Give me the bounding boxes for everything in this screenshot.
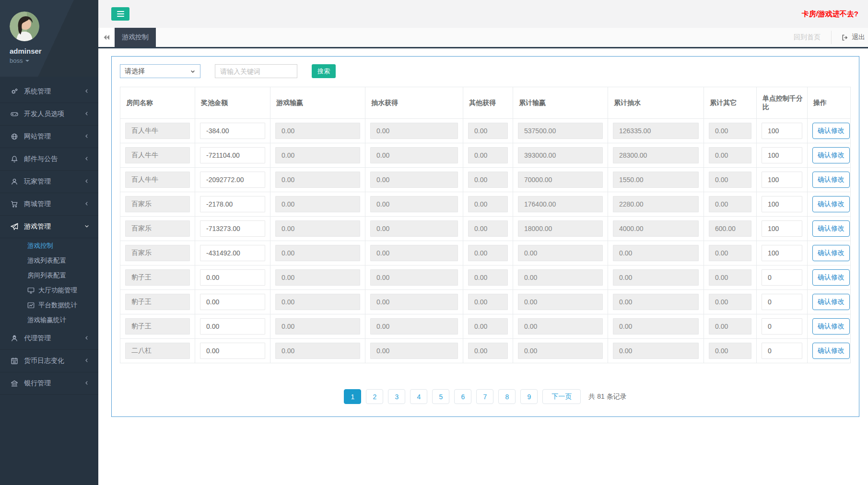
page-button-5[interactable]: 5	[432, 389, 449, 404]
other-gain-input	[468, 147, 508, 163]
page-button-2[interactable]: 2	[366, 389, 383, 404]
sidebar-subitem-game-list-config[interactable]: 游戏列表配置	[0, 253, 98, 268]
jackpot-input[interactable]	[200, 294, 265, 310]
confirm-edit-button[interactable]: 确认修改	[812, 220, 850, 237]
filter-select[interactable]: 请选择	[120, 64, 200, 78]
control-permille-input[interactable]	[762, 147, 802, 163]
confirm-edit-button[interactable]: 确认修改	[812, 294, 850, 310]
next-page-button[interactable]: 下一页	[542, 389, 581, 404]
page-button-9[interactable]: 9	[520, 389, 538, 404]
search-button[interactable]: 搜索	[312, 64, 336, 78]
chevron-left-icon	[84, 380, 90, 387]
globe-icon	[11, 133, 19, 141]
confirm-edit-button[interactable]: 确认修改	[812, 147, 850, 163]
sidebar-item-mall[interactable]: 商城管理	[0, 193, 98, 216]
total-other-input	[709, 245, 751, 261]
column-header: 累计抽水	[608, 87, 704, 119]
sidebar-item-bank[interactable]: 银行管理	[0, 372, 98, 395]
jackpot-input[interactable]	[200, 196, 265, 212]
table-row: 确认修改	[120, 290, 851, 314]
sidebar-subitem-label: 游戏列表配置	[27, 256, 66, 265]
total-pump-input	[613, 172, 699, 188]
logout-link[interactable]: 退出	[832, 28, 868, 47]
sidebar-submenu-games: 游戏控制游戏列表配置房间列表配置大厅功能管理平台数据统计游戏输赢统计	[0, 238, 98, 327]
control-permille-input[interactable]	[762, 172, 802, 188]
control-permille-input[interactable]	[762, 269, 802, 286]
sidebar-subitem-room-list-config[interactable]: 房间列表配置	[0, 268, 98, 283]
user-role-dropdown[interactable]: boss	[10, 57, 98, 64]
confirm-edit-button[interactable]: 确认修改	[812, 172, 850, 188]
menu-toggle-button[interactable]	[111, 7, 129, 21]
control-permille-input[interactable]	[762, 294, 802, 310]
avatar-image	[10, 12, 39, 41]
control-permille-input[interactable]	[762, 245, 802, 261]
page-button-8[interactable]: 8	[498, 389, 516, 404]
control-permille-input[interactable]	[762, 318, 802, 335]
table-row: 确认修改	[120, 314, 851, 339]
total-other-input	[709, 172, 751, 188]
jackpot-input[interactable]	[200, 269, 265, 286]
confirm-edit-button[interactable]: 确认修改	[812, 123, 850, 139]
total-winloss-input	[518, 294, 603, 310]
pump-gain-input	[370, 147, 458, 163]
pump-gain-input	[370, 245, 458, 261]
column-header: 房间名称	[120, 87, 195, 119]
avatar[interactable]	[10, 12, 39, 41]
table-header: 房间名称奖池金额游戏输赢抽水获得其他获得累计输赢累计抽水累计其它单点控制千分比操…	[120, 87, 851, 119]
page-button-6[interactable]: 6	[454, 389, 471, 404]
user-role-label: boss	[10, 57, 23, 64]
other-gain-input	[468, 318, 508, 335]
sidebar-item-dev-options[interactable]: 开发人员选项	[0, 103, 98, 126]
total-other-input	[709, 294, 751, 310]
jackpot-input[interactable]	[200, 318, 265, 335]
confirm-edit-button[interactable]: 确认修改	[812, 318, 850, 335]
jackpot-input[interactable]	[200, 123, 265, 139]
page-button-4[interactable]: 4	[410, 389, 427, 404]
page-button-7[interactable]: 7	[476, 389, 493, 404]
room-name-input	[125, 123, 190, 139]
tab-game-control[interactable]: 游戏控制	[115, 28, 156, 47]
tabs-scroll-left-button[interactable]	[98, 28, 115, 47]
sidebar-item-currency-log[interactable]: 货币日志变化	[0, 350, 98, 372]
chart-icon	[27, 301, 35, 309]
confirm-edit-button[interactable]: 确认修改	[812, 269, 850, 286]
control-permille-input[interactable]	[762, 220, 802, 237]
column-header: 游戏输赢	[270, 87, 365, 119]
sidebar-subitem-game-control[interactable]: 游戏控制	[0, 238, 98, 253]
control-permille-input[interactable]	[762, 343, 802, 359]
game-winloss-input	[275, 294, 360, 310]
room-name-input	[125, 220, 190, 237]
sidebar-item-agents[interactable]: 代理管理	[0, 327, 98, 350]
confirm-edit-button[interactable]: 确认修改	[812, 245, 850, 261]
jackpot-input[interactable]	[200, 343, 265, 359]
jackpot-input[interactable]	[200, 172, 265, 188]
game-winloss-input	[275, 172, 360, 188]
sidebar-subitem-platform-stats[interactable]: 平台数据统计	[0, 298, 98, 312]
game-winloss-input	[275, 343, 360, 359]
sidebar-item-mail-notice[interactable]: 邮件与公告	[0, 148, 98, 171]
page-button-3[interactable]: 3	[388, 389, 405, 404]
bank-icon	[11, 380, 19, 388]
home-link[interactable]: 回到首页	[783, 28, 831, 47]
sidebar-subitem-lobby-functions[interactable]: 大厅功能管理	[0, 283, 98, 298]
keyword-input[interactable]	[215, 64, 297, 78]
chevron-left-icon	[84, 335, 90, 342]
jackpot-input[interactable]	[200, 245, 265, 261]
chevron-left-icon	[84, 110, 90, 118]
control-permille-input[interactable]	[762, 123, 802, 139]
control-permille-input[interactable]	[762, 196, 802, 212]
confirm-edit-button[interactable]: 确认修改	[812, 343, 850, 359]
sidebar-subitem-label: 游戏输赢统计	[27, 316, 66, 324]
sidebar-subitem-label: 游戏控制	[27, 242, 53, 250]
sidebar-item-system[interactable]: 系统管理	[0, 81, 98, 103]
confirm-edit-button[interactable]: 确认修改	[812, 196, 850, 212]
sidebar-item-games[interactable]: 游戏管理	[0, 216, 98, 238]
page-button-1[interactable]: 1	[344, 389, 361, 404]
sidebar-item-site[interactable]: 网站管理	[0, 126, 98, 148]
room-name-input	[125, 245, 190, 261]
jackpot-input[interactable]	[200, 147, 265, 163]
sidebar-item-players[interactable]: 玩家管理	[0, 171, 98, 193]
jackpot-input[interactable]	[200, 220, 265, 237]
alert-link[interactable]: 卡房/游戏进不去?	[802, 10, 858, 19]
sidebar-subitem-game-winloss-stats[interactable]: 游戏输赢统计	[0, 312, 98, 327]
